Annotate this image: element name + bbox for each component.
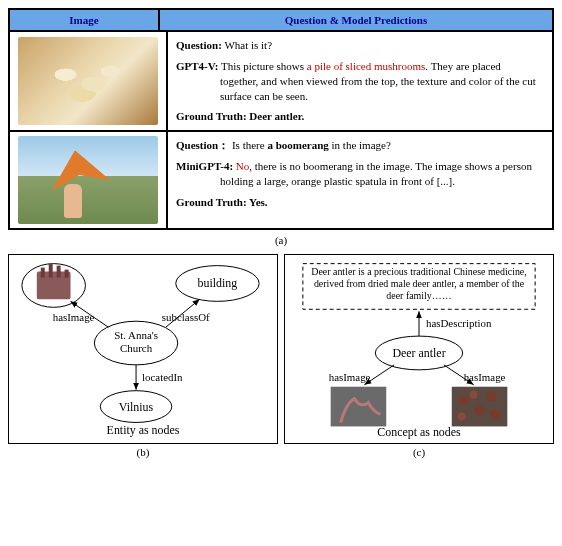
node-deer: Deer antler xyxy=(392,346,445,360)
model-label: MiniGPT-4: xyxy=(176,160,233,172)
table-header-row: Image Question & Model Predictions xyxy=(9,9,553,31)
gt-text: Deer antler. xyxy=(247,110,305,122)
model-line: GPT4-V: This picture shows a pile of sli… xyxy=(176,59,544,104)
panel-b: building St. Anna's Church Vilnius hasIm… xyxy=(8,254,278,444)
caption-c: (c) xyxy=(284,446,554,458)
question-label: Question: xyxy=(176,39,222,51)
svg-point-22 xyxy=(458,413,466,421)
description-text: Deer antler is a precious traditional Ch… xyxy=(307,266,531,303)
panel-b-title: Entity as nodes xyxy=(107,424,180,438)
svg-point-18 xyxy=(475,406,485,416)
question-text: What is it? xyxy=(222,39,272,51)
model-pre: This picture shows xyxy=(218,60,306,72)
qa-cell-1: Question: What is it? GPT4-V: This pictu… xyxy=(167,31,553,131)
model-post1: , there is no boomerang in the image. Th… xyxy=(249,160,532,172)
gt-line: Ground Truth: Deer antler. xyxy=(176,109,544,124)
qa-cell-2: Question： Is there a boomerang in the im… xyxy=(167,131,553,229)
model-red: No xyxy=(233,160,249,172)
model-cont: holding a large, orange plastic spatula … xyxy=(176,174,544,189)
question-bold: a boomerang xyxy=(267,139,328,151)
table-row: Question: What is it? GPT4-V: This pictu… xyxy=(9,31,553,131)
svg-point-19 xyxy=(486,392,496,402)
edge-hasimage-r: hasImage xyxy=(464,371,506,383)
mushroom-antler-thumb xyxy=(18,37,158,125)
model-label: GPT4-V: xyxy=(176,60,218,72)
gt-text: Yes. xyxy=(247,196,268,208)
question-line: Question: What is it? xyxy=(176,38,544,53)
edge-hasimage: hasImage xyxy=(53,311,95,323)
svg-point-20 xyxy=(470,391,478,399)
caption-a: (a) xyxy=(8,234,554,246)
boomerang-thumb xyxy=(18,136,158,224)
table-row: Question： Is there a boomerang in the im… xyxy=(9,131,553,229)
model-line: MiniGPT-4: No, there is no boomerang in … xyxy=(176,159,544,189)
edge-subclassof: subclassOf xyxy=(162,311,210,323)
node-vilnius: Vilnius xyxy=(119,400,154,414)
model-post1: . They are placed xyxy=(425,60,501,72)
node-church-1: St. Anna's xyxy=(114,329,158,341)
gt-label: Ground Truth: xyxy=(176,110,247,122)
gt-line: Ground Truth: Yes. xyxy=(176,195,544,210)
example-image-2 xyxy=(9,131,167,229)
svg-rect-15 xyxy=(331,387,387,427)
question-post: in the image? xyxy=(329,139,391,151)
panel-c: Deer antler is a precious traditional Ch… xyxy=(284,254,554,444)
edge-hasdescription: hasDescription xyxy=(426,317,492,329)
model-cont: together, and when viewed from the top, … xyxy=(176,74,544,104)
panel-a-table: Image Question & Model Predictions Quest… xyxy=(8,8,554,230)
svg-rect-4 xyxy=(57,266,61,278)
gt-label: Ground Truth: xyxy=(176,196,247,208)
edge-hasimage-l: hasImage xyxy=(329,371,371,383)
svg-rect-5 xyxy=(65,270,69,278)
node-building: building xyxy=(198,277,238,291)
panel-c-title: Concept as nodes xyxy=(377,426,461,440)
svg-rect-3 xyxy=(49,264,53,278)
caption-b: (b) xyxy=(8,446,278,458)
header-qa: Question & Model Predictions xyxy=(159,9,553,31)
svg-point-17 xyxy=(459,396,469,406)
edge-locatedin: locatedIn xyxy=(142,371,183,383)
svg-rect-2 xyxy=(41,268,45,278)
graph-b-svg: building St. Anna's Church Vilnius hasIm… xyxy=(9,255,277,443)
question-label: Question： xyxy=(176,139,229,151)
header-image: Image xyxy=(9,9,159,31)
node-church-2: Church xyxy=(120,342,153,354)
graph-c-svg: Deer antler is a precious traditional Ch… xyxy=(285,255,553,443)
question-pre: Is there xyxy=(229,139,267,151)
example-image-1 xyxy=(9,31,167,131)
model-red: a pile of sliced mushrooms xyxy=(307,60,426,72)
question-line: Question： Is there a boomerang in the im… xyxy=(176,138,544,153)
bottom-panels: building St. Anna's Church Vilnius hasIm… xyxy=(8,254,554,444)
svg-point-21 xyxy=(490,410,500,420)
